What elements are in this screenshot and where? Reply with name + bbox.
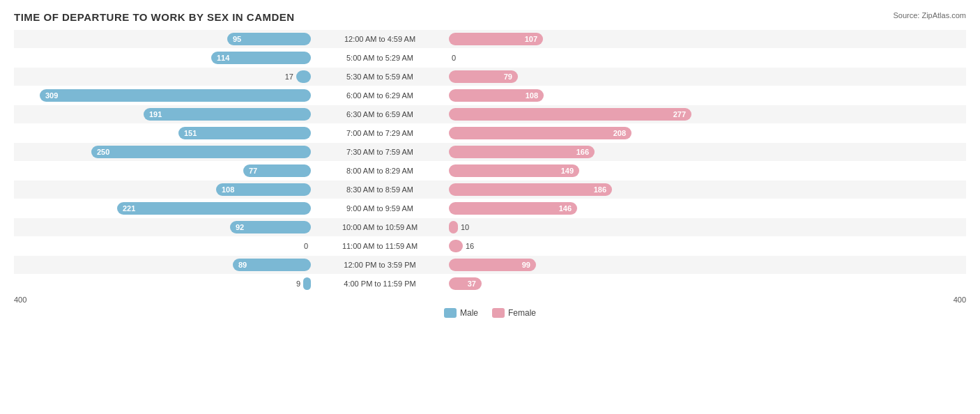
female-value: 0	[452, 54, 469, 62]
male-value: 309	[45, 91, 58, 100]
female-value: 10	[461, 223, 478, 231]
time-label: 6:30 AM to 6:59 AM	[314, 110, 446, 118]
male-value: 250	[97, 148, 109, 156]
bar-row: 2219:00 AM to 9:59 AM146	[14, 199, 966, 217]
time-label: 7:00 AM to 7:29 AM	[314, 129, 446, 137]
male-value: 9	[283, 279, 300, 288]
bar-row: 011:00 AM to 11:59 AM16	[14, 237, 966, 255]
male-value: 0	[291, 242, 308, 250]
time-label: 11:00 AM to 11:59 AM	[314, 242, 446, 250]
time-label: 12:00 PM to 3:59 PM	[314, 261, 446, 269]
bar-row: 1517:00 AM to 7:29 AM208	[14, 124, 966, 142]
male-value: 89	[238, 261, 247, 269]
bar-row: 8912:00 PM to 3:59 PM99	[14, 256, 966, 274]
rows-container: 9512:00 AM to 4:59 AM1071145:00 AM to 5:…	[14, 30, 966, 293]
male-value: 77	[249, 167, 257, 175]
time-label: 5:30 AM to 5:59 AM	[314, 72, 446, 81]
male-value: 221	[123, 204, 135, 213]
bar-row: 9512:00 AM to 4:59 AM107	[14, 30, 966, 48]
bar-row: 175:30 AM to 5:59 AM79	[14, 68, 966, 86]
male-value: 191	[149, 110, 162, 118]
axis-left: 400	[14, 296, 26, 304]
bar-row: 1916:30 AM to 6:59 AM277	[14, 105, 966, 123]
female-value: 99	[522, 261, 530, 269]
time-label: 8:30 AM to 8:59 AM	[314, 185, 446, 194]
male-value: 17	[276, 72, 293, 81]
time-label: 9:00 AM to 9:59 AM	[314, 204, 446, 213]
bar-row: 94:00 PM to 11:59 PM37	[14, 275, 966, 293]
female-value: 108	[526, 91, 538, 100]
time-label: 8:00 AM to 8:29 AM	[314, 167, 446, 175]
legend-male-box	[444, 308, 457, 318]
time-label: 5:00 AM to 5:29 AM	[314, 54, 446, 62]
legend-female: Female	[492, 308, 536, 318]
male-value: 92	[236, 223, 244, 231]
chart-container: TIME OF DEPARTURE TO WORK BY SEX IN CAMD…	[0, 0, 980, 414]
female-value: 277	[673, 110, 686, 118]
female-value: 166	[576, 148, 589, 156]
legend: Male Female	[14, 308, 966, 318]
time-label: 12:00 AM to 4:59 AM	[314, 35, 446, 43]
bar-row: 1088:30 AM to 8:59 AM186	[14, 181, 966, 199]
legend-female-box	[492, 308, 505, 318]
axis-right: 400	[954, 296, 966, 304]
bar-row: 778:00 AM to 8:29 AM149	[14, 162, 966, 180]
bar-row: 2507:30 AM to 7:59 AM166	[14, 143, 966, 161]
legend-male: Male	[444, 308, 478, 318]
time-label: 10:00 AM to 10:59 AM	[314, 223, 446, 231]
time-label: 7:30 AM to 7:59 AM	[314, 148, 446, 156]
female-value: 146	[559, 204, 572, 213]
male-value: 95	[233, 35, 241, 43]
male-value: 108	[222, 185, 234, 194]
bar-row: 9210:00 AM to 10:59 AM10	[14, 218, 966, 236]
male-value: 151	[184, 129, 197, 137]
time-label: 4:00 PM to 11:59 PM	[314, 279, 446, 288]
female-value: 186	[594, 185, 606, 194]
female-value: 208	[613, 129, 626, 137]
male-value: 114	[217, 54, 229, 62]
bar-row: 1145:00 AM to 5:29 AM0	[14, 49, 966, 67]
female-value: 79	[504, 72, 512, 81]
source-label: Source: ZipAtlas.com	[893, 11, 966, 20]
female-value: 107	[525, 35, 537, 43]
legend-male-label: Male	[460, 308, 478, 318]
bar-row: 3096:00 AM to 6:29 AM108	[14, 86, 966, 105]
female-value: 16	[466, 242, 483, 250]
chart-title: TIME OF DEPARTURE TO WORK BY SEX IN CAMD…	[14, 11, 966, 23]
time-label: 6:00 AM to 6:29 AM	[314, 91, 446, 100]
female-value: 37	[468, 279, 476, 288]
female-value: 149	[561, 167, 574, 175]
legend-female-label: Female	[508, 308, 536, 318]
